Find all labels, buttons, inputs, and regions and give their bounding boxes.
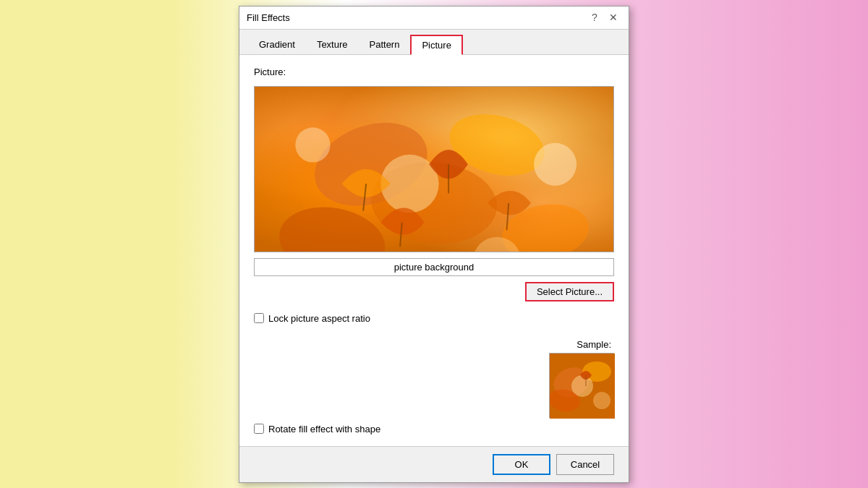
rotate-fill-row: Rotate fill effect with shape — [254, 424, 614, 435]
fill-effects-dialog: Fill Effects ? ✕ Gradient Texture Patter… — [239, 6, 629, 483]
dialog-title: Fill Effects — [247, 12, 290, 23]
title-bar-controls: ? ✕ — [587, 9, 621, 25]
sample-section: Sample: — [254, 339, 614, 418]
picture-name-field: picture background — [254, 258, 614, 276]
cancel-button[interactable]: Cancel — [556, 454, 614, 475]
rotate-fill-checkbox[interactable] — [254, 424, 264, 434]
lock-aspect-ratio-row: Lock picture aspect ratio — [254, 313, 614, 324]
svg-point-19 — [593, 392, 610, 409]
lock-aspect-ratio-checkbox[interactable] — [254, 313, 264, 323]
leaves-svg — [255, 87, 613, 252]
help-button[interactable]: ? — [587, 9, 603, 25]
picture-label: Picture: — [254, 67, 614, 77]
footer: OK Cancel — [239, 446, 629, 482]
tab-gradient[interactable]: Gradient — [248, 35, 306, 55]
sample-label: Sample: — [576, 339, 611, 350]
checkboxes-area: Lock picture aspect ratio — [254, 313, 614, 324]
tabs-bar: Gradient Texture Pattern Picture — [239, 30, 629, 55]
main-content: Picture: — [254, 67, 614, 435]
tab-pattern[interactable]: Pattern — [359, 35, 411, 55]
ok-button[interactable]: OK — [493, 454, 550, 475]
sample-and-checkboxes: Lock picture aspect ratio Sample: — [254, 307, 614, 435]
title-bar-left: Fill Effects — [247, 12, 290, 23]
tab-texture[interactable]: Texture — [306, 35, 359, 55]
close-button[interactable]: ✕ — [605, 9, 621, 25]
sample-preview — [549, 353, 614, 418]
select-picture-row: Select Picture... — [254, 282, 614, 301]
picture-image — [255, 87, 613, 252]
svg-point-6 — [534, 142, 576, 185]
lock-aspect-ratio-label: Lock picture aspect ratio — [268, 313, 370, 324]
svg-point-7 — [295, 127, 330, 162]
tab-picture[interactable]: Picture — [410, 35, 462, 55]
dialog-body: Picture: — [239, 55, 629, 446]
rotate-fill-label: Rotate fill effect with shape — [268, 424, 380, 435]
select-picture-button[interactable]: Select Picture... — [525, 282, 614, 301]
title-bar: Fill Effects ? ✕ — [239, 7, 629, 30]
sample-svg — [550, 354, 615, 419]
picture-preview — [254, 86, 614, 252]
